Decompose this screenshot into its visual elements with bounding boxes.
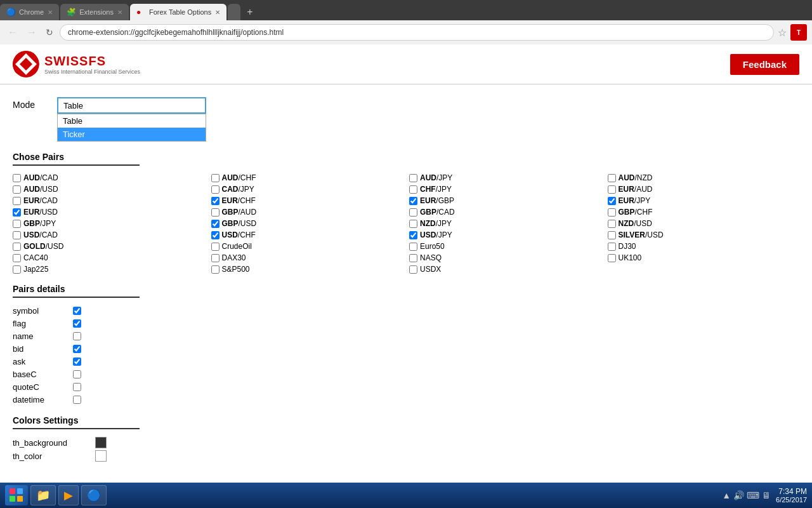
pair-check-CAD-JPY[interactable]: [211, 185, 219, 194]
pair-check-SILVER-USD[interactable]: [608, 231, 616, 239]
forward-button[interactable]: →: [24, 25, 39, 39]
pair-check-Euro50[interactable]: [409, 243, 417, 251]
pair-item-EUR-USD[interactable]: EUR/USD: [13, 208, 205, 217]
pair-item-AUD-JPY[interactable]: AUD/JPY: [409, 173, 601, 182]
pair-item-EUR-JPY[interactable]: EUR/JPY: [608, 196, 800, 205]
pair-item-Euro50[interactable]: Euro50: [409, 242, 601, 251]
pair-check-SP500[interactable]: [211, 265, 219, 274]
detail-check-baseC[interactable]: [73, 370, 81, 378]
pair-item-NZD-JPY[interactable]: NZD/JPY: [409, 219, 601, 228]
pair-item-GBP-USD[interactable]: GBP/USD: [211, 219, 403, 228]
tab-newtab[interactable]: [228, 4, 240, 20]
pair-check-GBP-AUD[interactable]: [211, 208, 219, 217]
pair-item-NZD-USD[interactable]: NZD/USD: [608, 219, 800, 228]
pair-check-AUD-CAD[interactable]: [13, 174, 21, 182]
pair-check-EUR-AUD[interactable]: [608, 185, 616, 194]
color-swatch-th-color[interactable]: [95, 450, 107, 462]
detail-check-symbol[interactable]: [73, 307, 81, 315]
pair-check-USD-CHF[interactable]: [211, 231, 219, 239]
pair-item-AUD-CHF[interactable]: AUD/CHF: [211, 173, 403, 182]
extensions-tab-close[interactable]: ✕: [117, 9, 122, 16]
tab-extensions[interactable]: 🧩 Extensions ✕: [60, 4, 129, 20]
pair-check-EUR-JPY[interactable]: [608, 197, 616, 205]
pair-item-UK100[interactable]: UK100: [608, 253, 800, 262]
pair-check-CAC40[interactable]: [13, 254, 21, 262]
profile-button[interactable]: T: [790, 24, 807, 41]
pair-item-GOLD-USD[interactable]: GOLD/USD: [13, 242, 205, 251]
pair-check-USD-CAD[interactable]: [13, 231, 21, 239]
taskbar-app-chrome[interactable]: 🔵: [81, 485, 107, 505]
pair-check-EUR-CHF[interactable]: [211, 197, 219, 205]
pair-item-AUD-CAD[interactable]: AUD/CAD: [13, 173, 205, 182]
pair-check-AUD-USD[interactable]: [13, 185, 21, 194]
pair-item-Jap225[interactable]: Jap225: [13, 265, 205, 274]
pair-item-EUR-CHF[interactable]: EUR/CHF: [211, 196, 403, 205]
pair-check-AUD-NZD[interactable]: [608, 174, 616, 182]
detail-check-name[interactable]: [73, 332, 81, 340]
pair-check-NZD-USD[interactable]: [608, 220, 616, 228]
start-button[interactable]: [5, 485, 28, 505]
pair-check-USDX[interactable]: [409, 265, 417, 274]
forex-tab-close[interactable]: ✕: [215, 9, 220, 16]
pair-item-USD-JPY[interactable]: USD/JPY: [409, 231, 601, 239]
mode-select-input[interactable]: [57, 97, 206, 114]
tab-forex[interactable]: ● Forex Table Options ✕: [130, 4, 226, 20]
detail-check-bid[interactable]: [73, 345, 81, 353]
pair-check-GBP-CAD[interactable]: [409, 208, 417, 217]
pair-check-USD-JPY[interactable]: [409, 231, 417, 239]
pair-check-GBP-CHF[interactable]: [608, 208, 616, 217]
pair-check-CHF-JPY[interactable]: [409, 185, 417, 194]
pair-item-AUD-USD[interactable]: AUD/USD: [13, 185, 205, 194]
color-swatch-th-background[interactable]: [95, 437, 107, 448]
taskbar-app-media[interactable]: ▶: [58, 485, 79, 505]
pair-check-AUD-JPY[interactable]: [409, 174, 417, 182]
pair-item-GBP-CHF[interactable]: GBP/CHF: [608, 208, 800, 217]
pair-item-GBP-AUD[interactable]: GBP/AUD: [211, 208, 403, 217]
taskbar-app-folder[interactable]: 📁: [30, 485, 56, 505]
pair-check-DJ30[interactable]: [608, 243, 616, 251]
pair-check-Jap225[interactable]: [13, 265, 21, 274]
pair-check-AUD-CHF[interactable]: [211, 174, 219, 182]
tab-chrome[interactable]: 🔵 Chrome ✕: [0, 4, 59, 20]
pair-check-EUR-CAD[interactable]: [13, 197, 21, 205]
pair-item-DAX30[interactable]: DAX30: [211, 253, 403, 262]
pair-item-CrudeOil[interactable]: CrudeOil: [211, 242, 403, 251]
detail-check-datetime[interactable]: [73, 396, 81, 404]
pair-item-GBP-CAD[interactable]: GBP/CAD: [409, 208, 601, 217]
pair-item-CAC40[interactable]: CAC40: [13, 253, 205, 262]
pair-item-EUR-GBP[interactable]: EUR/GBP: [409, 196, 601, 205]
pair-check-DAX30[interactable]: [211, 254, 219, 262]
mode-option-table[interactable]: Table: [58, 114, 206, 128]
feedback-button[interactable]: Feedback: [730, 54, 799, 75]
pair-item-GBP-JPY[interactable]: GBP/JPY: [13, 219, 205, 228]
new-tab-button[interactable]: +: [242, 4, 258, 20]
detail-check-quoteC[interactable]: [73, 383, 81, 391]
pair-check-GBP-USD[interactable]: [211, 220, 219, 228]
back-button[interactable]: ←: [5, 25, 20, 39]
pair-item-USD-CAD[interactable]: USD/CAD: [13, 231, 205, 239]
chrome-tab-close[interactable]: ✕: [48, 9, 53, 16]
pair-item-EUR-CAD[interactable]: EUR/CAD: [13, 196, 205, 205]
pair-check-GOLD-USD[interactable]: [13, 243, 21, 251]
pair-check-CrudeOil[interactable]: [211, 243, 219, 251]
bookmark-button[interactable]: ☆: [778, 27, 787, 39]
address-input[interactable]: [60, 24, 774, 41]
pair-item-SP500[interactable]: S&P500: [211, 265, 403, 274]
pair-item-CAD-JPY[interactable]: CAD/JPY: [211, 185, 403, 194]
pair-item-EUR-AUD[interactable]: EUR/AUD: [608, 185, 800, 194]
pair-check-EUR-GBP[interactable]: [409, 197, 417, 205]
pair-item-SILVER-USD[interactable]: SILVER/USD: [608, 231, 800, 239]
pair-check-NZD-JPY[interactable]: [409, 220, 417, 228]
pair-item-USDX[interactable]: USDX: [409, 265, 601, 274]
mode-option-ticker[interactable]: Ticker: [58, 128, 206, 141]
pair-item-USD-CHF[interactable]: USD/CHF: [211, 231, 403, 239]
pair-item-AUD-NZD[interactable]: AUD/NZD: [608, 173, 800, 182]
pair-check-EUR-USD[interactable]: [13, 208, 21, 217]
pair-item-DJ30[interactable]: DJ30: [608, 242, 800, 251]
pair-item-CHF-JPY[interactable]: CHF/JPY: [409, 185, 601, 194]
detail-check-flag[interactable]: [73, 319, 81, 328]
pair-check-UK100[interactable]: [608, 254, 616, 262]
detail-check-ask[interactable]: [73, 358, 81, 366]
pair-item-NASQ[interactable]: NASQ: [409, 253, 601, 262]
refresh-button[interactable]: ↻: [43, 26, 56, 39]
